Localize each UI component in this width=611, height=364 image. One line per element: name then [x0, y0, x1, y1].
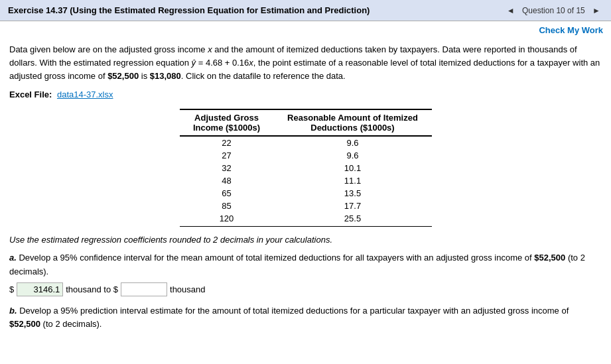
col1-cell: 27: [180, 149, 274, 162]
nav-label: Question 10 of 15: [522, 6, 585, 15]
part-a-description: Develop a 95% confidence interval for th…: [9, 253, 585, 276]
col1-cell: 120: [180, 212, 274, 227]
col1-header: Adjusted Gross Income ($1000s): [180, 109, 274, 136]
part-a-text: a. Develop a 95% confidence interval for…: [9, 251, 602, 278]
col2-cell: 11.1: [273, 174, 431, 187]
part-a-input-row: $ thousand to $ thousand: [9, 282, 602, 296]
thousand-to-label: thousand to $: [66, 284, 118, 294]
table-row: 4811.1: [180, 174, 432, 187]
main-content: Data given below are on the adjusted gro…: [0, 36, 611, 341]
col2-header: Reasonable Amount of Itemized Deductions…: [273, 109, 431, 136]
part-b-label: b.: [9, 306, 17, 316]
problem-description: Data given below are on the adjusted gro…: [9, 43, 602, 83]
excel-file-label: Excel File:: [9, 90, 52, 99]
nav-prev[interactable]: ◄: [507, 6, 515, 15]
col2-cell: 9.6: [273, 149, 431, 162]
check-my-work-button[interactable]: Check My Work: [539, 25, 603, 35]
part-a-label: a.: [9, 253, 17, 263]
col2-cell: 17.7: [273, 200, 431, 212]
data-table-wrapper: Adjusted Gross Income ($1000s) Reasonabl…: [9, 109, 602, 227]
exercise-title: Exercise 14.37 (Using the Estimated Regr…: [8, 5, 370, 15]
col1-cell: 32: [180, 162, 274, 174]
col2-cell: 9.6: [273, 136, 431, 149]
check-my-work-row: Check My Work: [0, 21, 611, 36]
table-row: 229.6: [180, 136, 432, 149]
part-a-upper-input[interactable]: [121, 282, 167, 296]
col1-cell: 48: [180, 174, 274, 187]
question-nav: ◄ Question 10 of 15 ►: [504, 6, 603, 15]
table-row: 12025.5: [180, 212, 432, 227]
nav-next[interactable]: ►: [592, 6, 600, 15]
table-row: 8517.7: [180, 200, 432, 212]
part-a-lower-input[interactable]: [17, 282, 63, 296]
part-b-description: Develop a 95% prediction interval estima…: [9, 306, 569, 329]
table-row: 6513.5: [180, 187, 432, 200]
thousand-label-a: thousand: [170, 284, 206, 294]
excel-file-link[interactable]: data14-37.xlsx: [57, 90, 113, 99]
col2-cell: 13.5: [273, 187, 431, 200]
col1-cell: 85: [180, 200, 274, 212]
exercise-header: Exercise 14.37 (Using the Estimated Regr…: [0, 0, 611, 21]
col1-cell: 22: [180, 136, 274, 149]
regression-note: Use the estimated regression coefficient…: [9, 235, 602, 245]
excel-file-row: Excel File: data14-37.xlsx: [9, 90, 602, 99]
table-row: 279.6: [180, 149, 432, 162]
table-row: 3210.1: [180, 162, 432, 174]
data-table: Adjusted Gross Income ($1000s) Reasonabl…: [180, 109, 432, 227]
description-text: Data given below are on the adjusted gro…: [9, 44, 600, 81]
col2-cell: 25.5: [273, 212, 431, 227]
col2-cell: 10.1: [273, 162, 431, 174]
col1-cell: 65: [180, 187, 274, 200]
dollar-sign-a: $: [9, 284, 14, 294]
part-b-text: b. Develop a 95% prediction interval est…: [9, 304, 602, 331]
